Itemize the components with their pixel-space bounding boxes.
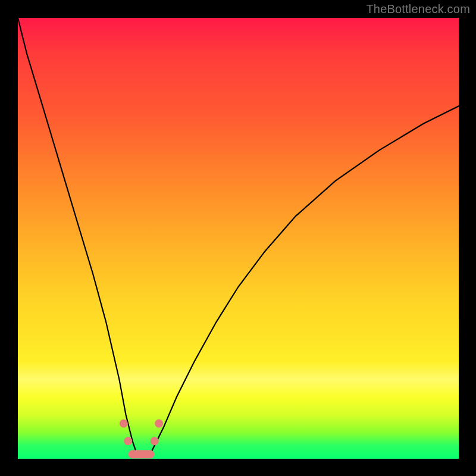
- plot-area: [18, 18, 459, 459]
- curve-layer: [18, 18, 459, 459]
- trough-right-dot-1: [151, 437, 159, 445]
- trough-left-dot-1: [120, 419, 128, 428]
- trough-markers: [120, 419, 163, 455]
- trough-left-dot-2: [124, 437, 132, 445]
- trough-right-dot-2: [155, 419, 163, 428]
- bottleneck-curve: [18, 18, 459, 456]
- watermark-text: TheBottleneck.com: [366, 2, 470, 16]
- chart-stage: TheBottleneck.com: [0, 0, 476, 476]
